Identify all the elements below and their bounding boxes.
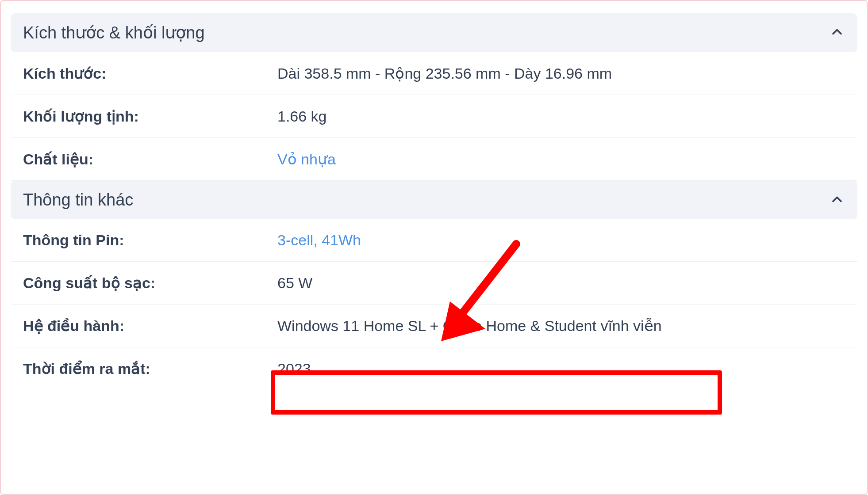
spec-row: Chất liệu: Vỏ nhựa: [11, 138, 857, 181]
spec-value: 1.66 kg: [277, 108, 845, 125]
spec-label: Hệ điều hành:: [23, 317, 277, 335]
spec-value: Windows 11 Home SL + Office Home & Stude…: [277, 317, 845, 335]
spec-value: 2023: [277, 360, 845, 377]
spec-label: Khối lượng tịnh:: [23, 107, 277, 125]
spec-row: Thông tin Pin: 3-cell, 41Wh: [11, 219, 857, 262]
spec-row: Khối lượng tịnh: 1.66 kg: [11, 95, 857, 138]
section-title: Kích thước & khối lượng: [23, 23, 205, 42]
section-header-other-info[interactable]: Thông tin khác: [11, 181, 857, 219]
section-header-size-weight[interactable]: Kích thước & khối lượng: [11, 13, 857, 52]
chevron-up-icon: [829, 24, 845, 42]
spec-label: Kích thước:: [23, 65, 277, 82]
spec-label: Thời điểm ra mắt:: [23, 360, 277, 377]
spec-row: Hệ điều hành: Windows 11 Home SL + Offic…: [11, 305, 857, 347]
section-title: Thông tin khác: [23, 190, 133, 209]
spec-value-link[interactable]: 3-cell, 41Wh: [277, 232, 845, 249]
spec-row: Công suất bộ sạc: 65 W: [11, 262, 857, 305]
spec-label: Công suất bộ sạc:: [23, 274, 277, 292]
spec-value: 65 W: [277, 274, 845, 292]
spec-row: Kích thước: Dài 358.5 mm - Rộng 235.56 m…: [11, 52, 857, 95]
spec-label: Chất liệu:: [23, 150, 277, 168]
chevron-up-icon: [829, 191, 845, 209]
spec-row: Thời điểm ra mắt: 2023: [11, 347, 857, 390]
spec-value: Dài 358.5 mm - Rộng 235.56 mm - Dày 16.9…: [277, 65, 845, 82]
spec-panel: Kích thước & khối lượng Kích thước: Dài …: [0, 0, 868, 495]
spec-label: Thông tin Pin:: [23, 232, 277, 249]
spec-value-link[interactable]: Vỏ nhựa: [277, 150, 845, 168]
